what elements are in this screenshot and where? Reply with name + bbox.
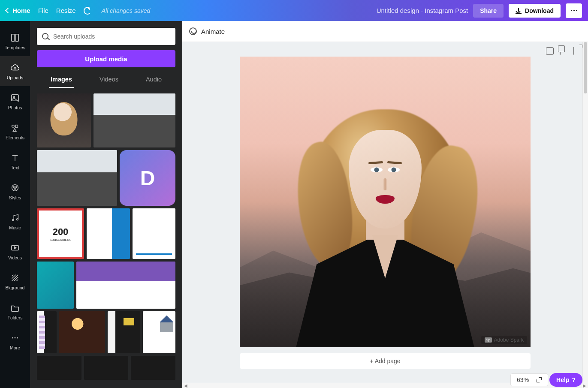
chevron-left-icon — [5, 8, 11, 13]
help-label: Help — [556, 376, 569, 383]
design-canvas[interactable]: Sp Adobe Spark — [240, 57, 531, 347]
upload-thumb[interactable] — [84, 356, 129, 380]
upload-thumb[interactable] — [108, 311, 140, 353]
sidebar-item-label: Photos — [8, 105, 22, 110]
background-icon — [9, 272, 21, 283]
more-button[interactable] — [566, 3, 582, 18]
upload-thumb[interactable] — [37, 262, 74, 309]
styles-icon — [9, 182, 21, 193]
canvas-watermark: Sp Adobe Spark — [481, 336, 527, 344]
save-status: All changes saved — [102, 7, 151, 14]
search-field[interactable] — [37, 28, 175, 45]
upload-media-button[interactable]: Upload media — [37, 50, 175, 67]
animate-button[interactable]: Animate — [201, 28, 225, 35]
help-button[interactable]: Help ? — [549, 373, 582, 387]
notes-icon[interactable] — [546, 47, 554, 55]
svg-point-11 — [17, 219, 18, 220]
upload-thumb[interactable] — [93, 93, 175, 147]
upload-thumb[interactable] — [37, 150, 117, 206]
folders-icon — [9, 302, 21, 313]
upload-thumb[interactable] — [76, 262, 175, 309]
upload-thumb[interactable]: D — [120, 150, 175, 206]
search-icon — [42, 33, 49, 40]
sidebar-item-elements[interactable]: Elements — [0, 116, 30, 146]
sidebar-item-label: Folders — [7, 315, 22, 320]
sidebar-item-bkground[interactable]: Bkground — [0, 266, 30, 296]
upload-thumb[interactable] — [87, 208, 130, 259]
document-title[interactable]: Untitled design - Instagram Post — [377, 7, 468, 14]
bottom-controls: 63% Help ? — [511, 372, 582, 388]
duplicate-page-icon[interactable] — [560, 47, 567, 55]
svg-point-13 — [12, 337, 13, 339]
sidebar-item-label: Uploads — [7, 75, 24, 80]
canvas-person-image[interactable] — [282, 94, 488, 347]
download-button[interactable]: Download — [509, 4, 561, 18]
canvas-scroll[interactable]: Sp Adobe Spark + Add page ◀ ▶ — [182, 42, 588, 388]
sidebar-item-label: Bkground — [6, 285, 25, 290]
tab-videos[interactable]: Videos — [98, 72, 120, 88]
resize-menu[interactable]: Resize — [56, 7, 76, 14]
sidebar-item-styles[interactable]: Styles — [0, 176, 30, 206]
vertical-scrollbar[interactable] — [582, 42, 588, 383]
undo-icon[interactable] — [84, 7, 91, 15]
home-label: Home — [12, 7, 30, 14]
upload-thumb[interactable] — [143, 311, 175, 353]
sidebar-item-text[interactable]: Text — [0, 146, 30, 176]
svg-point-14 — [15, 337, 16, 339]
photos-icon — [9, 92, 21, 103]
download-icon — [516, 8, 522, 14]
tab-audio[interactable]: Audio — [144, 72, 163, 88]
fullscreen-icon[interactable] — [537, 377, 542, 382]
sidebar-item-uploads[interactable]: Uploads — [0, 56, 30, 86]
upload-thumb[interactable] — [37, 311, 57, 353]
sidebar-item-label: Styles — [9, 195, 21, 200]
zoom-control[interactable]: 63% — [511, 374, 548, 386]
editor-area: Animate — [182, 21, 588, 388]
editor-toolbar: Animate — [182, 21, 588, 42]
left-icon-strip: Templates Uploads Photos Elements Text S… — [0, 21, 30, 388]
upload-thumb[interactable] — [37, 93, 91, 147]
add-page-button[interactable]: + Add page — [240, 353, 531, 369]
upload-thumb[interactable] — [131, 356, 175, 380]
upload-thumb[interactable]: 200 SUBSCRIBERS — [37, 208, 84, 259]
uploads-grid[interactable]: D 200 SUBSCRIBERS — [37, 93, 175, 381]
watermark-badge: Sp — [485, 337, 492, 343]
sidebar-item-label: More — [10, 345, 20, 350]
svg-point-15 — [17, 337, 18, 339]
svg-point-6 — [12, 185, 18, 191]
topbar-right-group: Untitled design - Instagram Post Share D… — [377, 3, 582, 18]
upload-thumb[interactable] — [59, 311, 105, 353]
top-bar: Home File Resize All changes saved Untit… — [0, 0, 588, 21]
file-menu[interactable]: File — [38, 7, 48, 14]
upload-thumb[interactable] — [37, 356, 81, 380]
tab-images[interactable]: Images — [49, 72, 74, 88]
sidebar-item-templates[interactable]: Templates — [0, 26, 30, 56]
more-icon — [9, 332, 21, 343]
main-layout: Templates Uploads Photos Elements Text S… — [0, 21, 588, 388]
elements-icon — [9, 122, 21, 133]
help-question-icon: ? — [572, 376, 576, 383]
uploads-icon — [9, 62, 21, 73]
videos-icon — [9, 242, 21, 253]
svg-point-4 — [12, 125, 15, 128]
scroll-left-icon[interactable]: ◀ — [182, 383, 189, 388]
animate-icon[interactable] — [189, 27, 197, 35]
svg-point-7 — [13, 186, 14, 187]
sidebar-item-videos[interactable]: Videos — [0, 236, 30, 266]
sidebar-item-folders[interactable]: Folders — [0, 296, 30, 326]
sidebar-item-photos[interactable]: Photos — [0, 86, 30, 116]
watermark-text: Adobe Spark — [494, 337, 524, 343]
sidebar-item-more[interactable]: More — [0, 326, 30, 356]
upload-thumb[interactable] — [133, 208, 176, 259]
add-page-label: + Add page — [370, 358, 400, 364]
svg-point-9 — [15, 189, 15, 189]
search-input[interactable] — [53, 33, 170, 40]
thumb-logo-letter: D — [140, 166, 155, 190]
home-button[interactable]: Home — [6, 7, 30, 14]
sidebar-item-music[interactable]: Music — [0, 206, 30, 236]
scrollbar-thumb[interactable] — [584, 42, 587, 93]
svg-rect-2 — [12, 95, 19, 101]
share-page-icon[interactable] — [573, 47, 581, 55]
share-button[interactable]: Share — [473, 4, 504, 18]
sidebar-item-label: Templates — [5, 45, 25, 50]
